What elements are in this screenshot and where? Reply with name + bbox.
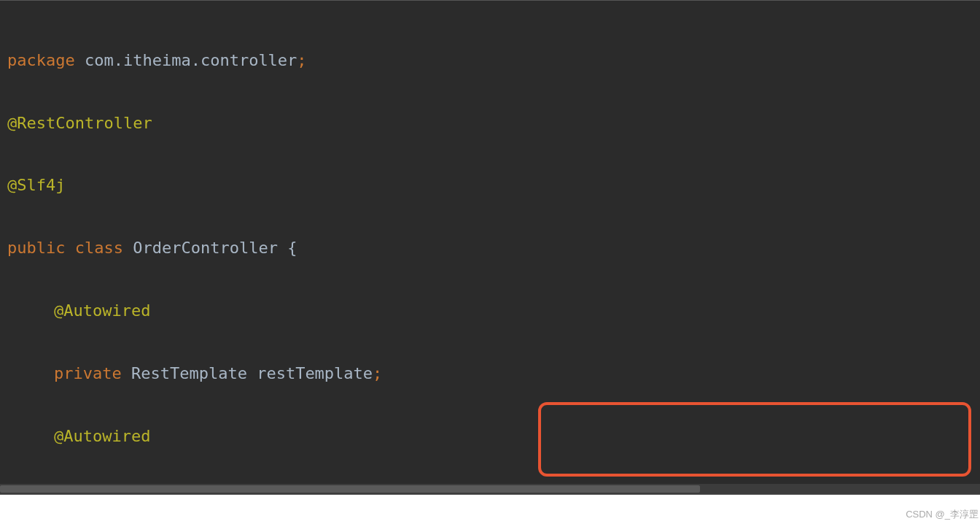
field-resttemplate: RestTemplate restTemplate	[122, 364, 373, 382]
code-editor[interactable]: package com.itheima.controller; @RestCon…	[0, 0, 980, 495]
horizontal-scrollbar-thumb[interactable]	[0, 485, 700, 493]
code-line-5: @Autowired	[7, 296, 973, 327]
keyword-class: class	[65, 239, 122, 257]
open-brace: {	[287, 239, 297, 257]
annotation-slf4j: @Slf4j	[7, 176, 65, 194]
code-line-3: @Slf4j	[7, 170, 973, 201]
semicolon: ;	[297, 51, 306, 69]
semicolon: ;	[373, 364, 382, 382]
code-line-1: package com.itheima.controller;	[7, 45, 973, 77]
code-line-4: public class OrderController {	[7, 233, 973, 264]
class-name: OrderController	[123, 239, 287, 257]
keyword-private: private	[54, 364, 122, 382]
annotation-autowired: @Autowired	[54, 301, 150, 320]
horizontal-scrollbar-track[interactable]	[0, 484, 980, 494]
code-line-6: private RestTemplate restTemplate;	[7, 358, 973, 390]
watermark: CSDN @_李淳罡	[906, 508, 979, 521]
annotation-restcontroller: @RestController	[7, 114, 152, 132]
keyword-package: package	[7, 51, 75, 69]
keyword-public: public	[7, 239, 65, 257]
package-name: com.itheima.controller	[75, 51, 298, 69]
code-line-7: @Autowired	[7, 421, 973, 452]
code-line-2: @RestController	[7, 108, 973, 139]
annotation-autowired: @Autowired	[54, 427, 150, 445]
